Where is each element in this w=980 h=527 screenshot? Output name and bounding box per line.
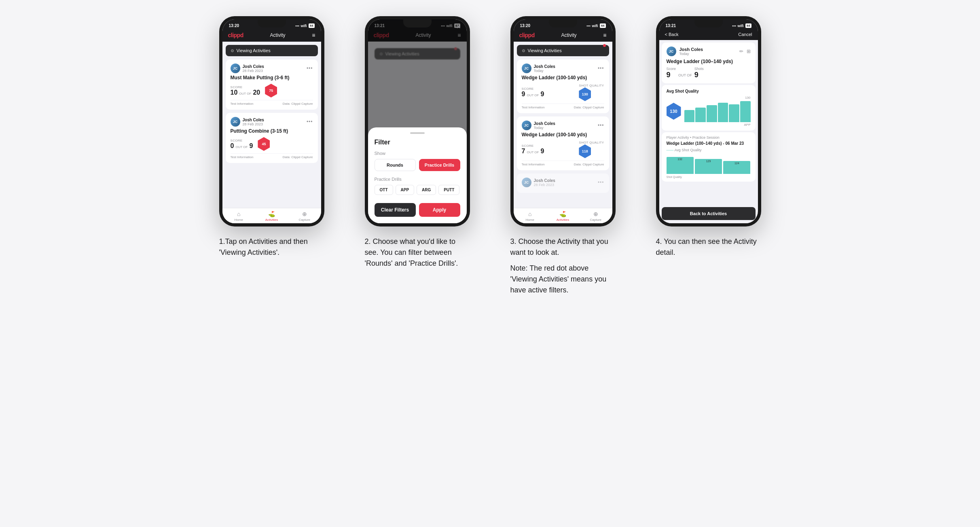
shot-quality-1-1: 75 <box>265 84 277 97</box>
back-btn-4[interactable]: < Back <box>665 32 679 37</box>
stat-outof-1-2: 0 OUT OF 9 <box>231 142 253 150</box>
wifi-icon: wifi <box>301 24 307 28</box>
chart-bars-4 <box>684 100 751 122</box>
back-to-activities-btn-4[interactable]: Back to Activities <box>662 207 756 220</box>
signal-icon: ▪▪▪ <box>295 24 299 28</box>
footer-right-3-2: Data: Clippd Capture <box>574 163 604 166</box>
card-header-1-2: JC Josh Coles 28 Feb 2023 ••• <box>231 117 313 127</box>
detail-user-row-4: JC Josh Coles Today ✏ ⊞ <box>667 47 751 56</box>
apply-btn[interactable]: Apply <box>419 203 460 217</box>
avg-label-text-4: Avg Shot Quality <box>675 148 702 152</box>
shots-value-3-2: 9 <box>540 148 544 155</box>
shots-col-4: Shots 9 <box>694 67 704 79</box>
activity-card-3-2[interactable]: JC Josh Coles Today ••• Wedge Ladder (10… <box>517 116 609 170</box>
sq-hexagon-4: 130 <box>667 103 681 120</box>
nav-title-1: Activity <box>270 32 286 38</box>
screen-content-1: ⚙ Viewing Activities JC Josh Coles 28 <box>222 42 321 208</box>
footer-left-1-2: Test Information <box>231 155 254 159</box>
close-icon-2[interactable]: ✕ <box>456 23 461 30</box>
more-dots-3-2[interactable]: ••• <box>598 123 604 128</box>
shots-label-4: Shots <box>694 67 704 71</box>
chart-x-label-4: APP <box>684 123 751 127</box>
arg-drill-btn[interactable]: ARG <box>417 185 436 195</box>
user-name-3-2: Josh Coles <box>534 121 555 126</box>
shot-quality-group-3-1: Shot Quality 130 <box>579 84 604 101</box>
caption-2: 2. Choose what you'd like to see. You ca… <box>365 236 470 269</box>
detail-user-name-4: Josh Coles <box>679 47 703 52</box>
tab-home-3[interactable]: ⌂ Home <box>514 211 546 222</box>
out-of-1-1: OUT OF <box>239 92 251 95</box>
stats-row-1-1: Score 10 OUT OF 20 75 <box>231 84 313 97</box>
card-user-3-1: JC Josh Coles Today <box>522 63 555 73</box>
more-dots-1-1[interactable]: ••• <box>307 66 313 71</box>
footer-right-1-1: Data: Clippd Capture <box>283 102 313 106</box>
screen-4: 13:21 ▪▪▪ wifi 44 < Back Cancel <box>659 19 758 223</box>
activity-card-1-2[interactable]: JC Josh Coles 28 Feb 2023 ••• Putting Co… <box>226 113 318 163</box>
caption-3-main: 3. Choose the Activity that you want to … <box>510 236 616 258</box>
shots-val-4: 9 <box>694 71 704 79</box>
more-dots-1-2[interactable]: ••• <box>307 119 313 125</box>
rounds-filter-btn[interactable]: Rounds <box>375 159 416 171</box>
practice-drills-filter-btn[interactable]: Practice Drills <box>419 159 460 171</box>
battery-icon: 44 <box>309 23 315 28</box>
activity-card-3-1[interactable]: JC Josh Coles Today ••• Wedge Ladder (10… <box>517 59 609 113</box>
card-footer-3-1: Test Information Data: Clippd Capture <box>522 104 604 109</box>
card-user-3-3: JC Josh Coles 28 Feb 2023 <box>522 178 555 187</box>
viewing-banner-1[interactable]: ⚙ Viewing Activities <box>226 45 318 56</box>
user-info-1-1: Josh Coles 28 Feb 2023 <box>243 64 264 73</box>
bottom-spacer-4 <box>659 220 758 223</box>
out-of-3-2: OUT OF <box>527 150 539 154</box>
step-2-column: 13:21 ▪▪▪ wifi 44 clippd Activity ≡ <box>353 16 482 296</box>
avatar-1-2: JC <box>231 117 240 127</box>
footer-left-1-1: Test Information <box>231 102 254 106</box>
tab-home-1[interactable]: ⌂ Home <box>222 211 255 222</box>
more-dots-3-1[interactable]: ••• <box>598 66 604 71</box>
ott-drill-btn[interactable]: OTT <box>375 185 393 195</box>
score-group-3-1: Score 9 OUT OF 9 <box>522 87 544 98</box>
card-user-3-2: JC Josh Coles Today <box>522 121 555 130</box>
bottom-tabs-3: ⌂ Home ⛳ Activities ⊕ Capture <box>514 208 612 223</box>
out-of-1-2: OUT OF <box>235 145 248 149</box>
mini-bar-4-3: 124 <box>723 161 750 174</box>
filter-icon-3: ⚙ <box>522 49 525 53</box>
stat-outof-3-2: 7 OUT OF 9 <box>522 148 544 155</box>
battery-icon-4: 44 <box>745 23 751 28</box>
tab-activities-3[interactable]: ⛳ Activities <box>546 211 579 222</box>
chart-card-4: Avg Shot Quality 130 130 <box>662 85 756 131</box>
caption-1: 1.Tap on Activities and then 'Viewing Ac… <box>219 236 324 258</box>
clear-filters-btn[interactable]: Clear Filters <box>375 203 416 217</box>
activity-card-1-1[interactable]: JC Josh Coles 28 Feb 2023 ••• Must Make … <box>226 59 318 110</box>
cancel-btn-4[interactable]: Cancel <box>738 32 752 37</box>
menu-icon-3[interactable]: ≡ <box>603 32 606 38</box>
notch-1 <box>258 19 286 28</box>
tab-activities-1[interactable]: ⛳ Activities <box>255 211 288 222</box>
viewing-banner-3[interactable]: ⚙ Viewing Activities <box>517 45 609 56</box>
chart-bar-4-4 <box>718 103 728 122</box>
detail-content-4: JC Josh Coles Today ✏ ⊞ <box>659 40 758 207</box>
phone-shell-4: 13:21 ▪▪▪ wifi 44 < Back Cancel <box>656 16 761 226</box>
expand-icon-4[interactable]: ⊞ <box>747 49 751 54</box>
tab-capture-3[interactable]: ⊕ Capture <box>579 211 612 222</box>
home-icon-3: ⌂ <box>528 211 531 217</box>
notch-2 <box>403 19 432 28</box>
putt-drill-btn[interactable]: PUTT <box>438 185 459 195</box>
footer-right-1-2: Data: Clippd Capture <box>283 155 313 159</box>
modal-sheet-2: ✕ Filter Show Rounds Practice Drills Pra… <box>368 127 467 223</box>
menu-icon-1[interactable]: ≡ <box>312 32 315 38</box>
mini-bar-4-1: 132 <box>667 157 694 174</box>
card-footer-1-2: Test Information Data: Clippd Capture <box>231 153 313 159</box>
logo-1: clippd <box>228 32 243 38</box>
score-label-1-2: Score <box>231 139 253 142</box>
avg-label-4: —— Avg Shot Quality <box>667 148 751 152</box>
score-group-1-2: Score 0 OUT OF 9 <box>231 139 253 150</box>
activities-icon-3: ⛳ <box>559 211 566 217</box>
mini-chart-4: 132 129 124 <box>667 154 751 174</box>
phone-3: 13:20 ▪▪▪ wifi 44 clippd Activity ≡ <box>510 16 616 226</box>
app-drill-btn[interactable]: APP <box>396 185 415 195</box>
tab-capture-1[interactable]: ⊕ Capture <box>288 211 321 222</box>
detail-header-card-4: JC Josh Coles Today ✏ ⊞ <box>662 42 756 83</box>
user-info-3-1: Josh Coles Today <box>534 64 555 73</box>
avatar-3-3: JC <box>522 178 531 187</box>
chart-content-4: 130 130 <box>667 96 751 127</box>
edit-icon-4[interactable]: ✏ <box>739 49 743 54</box>
